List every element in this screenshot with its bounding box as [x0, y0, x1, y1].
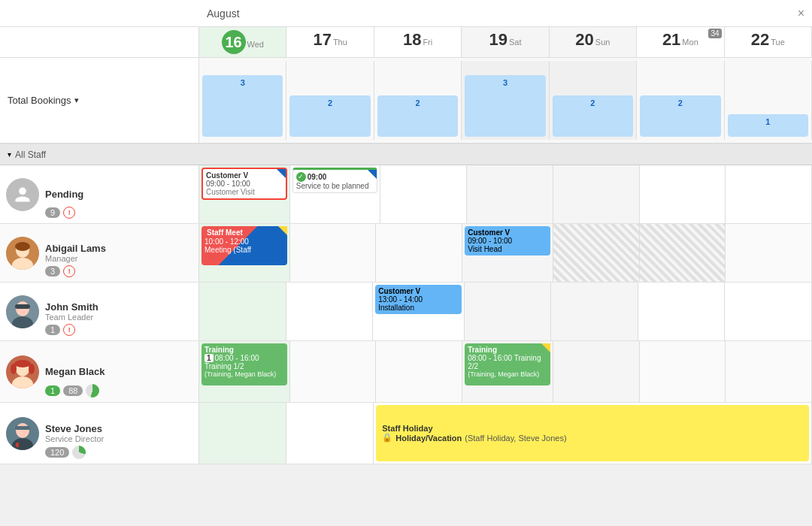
event-time-training1: 108:00 - 16:00 Training 1/2: [205, 354, 284, 370]
abigail-avatar: [6, 237, 39, 270]
row-steve: Steve Jones Service Director 120 Staff H…: [0, 403, 812, 464]
john-cell-18[interactable]: Customer V 13:00 - 14:00 Installation: [373, 283, 465, 340]
john-cell-16: [199, 283, 286, 340]
check-icon: ✓: [296, 172, 306, 182]
day-num-22: 22: [751, 30, 769, 49]
abigail-cell-21: [640, 224, 726, 282]
event-service-planned[interactable]: ✓ 09:00 Service to be planned: [292, 168, 378, 193]
pending-cell-17[interactable]: ✓ 09:00 Service to be planned: [290, 165, 381, 223]
abigail-cell-20: [553, 224, 640, 282]
svg-point-11: [14, 360, 31, 367]
steve-pie-icon: [72, 446, 86, 459]
day-name-22: Tue: [771, 38, 785, 47]
megan-avatar: [6, 355, 39, 388]
booking-count-16: 3: [241, 78, 245, 87]
megan-cell-22: [726, 341, 812, 402]
event-installation[interactable]: Customer V 13:00 - 14:00 Installation: [375, 285, 462, 314]
event-title: Customer V: [206, 171, 283, 180]
megan-cell-16[interactable]: Training 108:00 - 16:00 Training 1/2 (Tr…: [199, 341, 290, 402]
megan-cell-20: [553, 341, 640, 402]
day-num-19: 19: [489, 30, 507, 49]
pending-cell-19: [467, 165, 553, 223]
event-time: 09:00 - 10:00: [206, 180, 283, 188]
staff-rows: Pending 9 ! Customer V 09:00 - 10:00 Cus…: [0, 165, 812, 464]
svg-point-15: [16, 423, 29, 438]
svg-point-3: [15, 242, 30, 251]
event-training-megan-1[interactable]: Training 108:00 - 16:00 Training 1/2 (Tr…: [201, 343, 287, 385]
event-customer-visit-pending[interactable]: Customer V 09:00 - 10:00 Customer Visit: [201, 168, 287, 200]
steve-avatar: [6, 417, 39, 450]
pending-cell-18: [380, 165, 467, 223]
john-cell-21: [638, 283, 726, 340]
abigail-cell-16[interactable]: Staff Meet 10:00 - 12:00 Meeting (Staff: [199, 224, 290, 282]
booking-bar-19[interactable]: 3: [465, 75, 545, 137]
megan-cell-21: [640, 341, 726, 402]
john-cell-19: [465, 283, 552, 340]
booking-bar-21[interactable]: 2: [640, 95, 720, 137]
event-training-megan-2[interactable]: Training 08:00 - 16:00 Training 2/2 (Tra…: [465, 343, 550, 385]
abigail-cell-19[interactable]: Customer V 09:00 - 10:00 Visit Head: [462, 224, 553, 282]
event-staff-meeting[interactable]: Staff Meet 10:00 - 12:00 Meeting (Staff: [201, 226, 287, 265]
row-pending: Pending 9 ! Customer V 09:00 - 10:00 Cus…: [0, 165, 812, 224]
event-sub-install: Installation: [378, 304, 459, 312]
megan-badge-1: 1: [45, 385, 60, 396]
event-sub: Customer Visit: [206, 188, 283, 196]
day-name-20: Sun: [595, 38, 611, 47]
megan-pie-icon: [86, 384, 99, 398]
pending-badge: 9: [45, 207, 60, 218]
week-badge: 34: [708, 29, 721, 38]
event-time-meeting: 10:00 - 12:00: [205, 237, 284, 246]
booking-bar-17[interactable]: 2: [289, 95, 370, 137]
row-abigail: Abigail Lams Manager 3 ! Staff Meet 10:0…: [0, 224, 812, 283]
booking-bar-18[interactable]: 2: [377, 95, 458, 137]
booking-bar-22[interactable]: 1: [728, 114, 808, 137]
megan-cell-19[interactable]: Training 08:00 - 16:00 Training 2/2 (Tra…: [462, 341, 553, 402]
event-staff-holiday[interactable]: Staff Holiday 🔒 Holiday/Vacation (Staff …: [376, 405, 809, 461]
abigail-cell-17: [290, 224, 377, 282]
pending-warn-icon: !: [63, 207, 75, 219]
booking-bar-20[interactable]: 2: [553, 95, 633, 137]
day-header-22: 22Tue: [725, 27, 812, 57]
booking-count-17: 2: [328, 98, 332, 107]
pending-cell-21: [640, 165, 726, 223]
close-button[interactable]: ×: [798, 7, 804, 20]
event-sub-cv-abigail: Visit Head: [468, 245, 547, 253]
booking-count-19: 3: [503, 78, 508, 87]
row-john: John Smith Team Leader 1 ! Customer V 13…: [0, 283, 812, 341]
event-title-install: Customer V: [378, 287, 459, 295]
event-title-training1: Training: [205, 346, 284, 354]
megan-cell-17: [290, 341, 377, 402]
abigail-cell-22: [726, 224, 812, 282]
pending-cell-16[interactable]: Customer V 09:00 - 10:00 Customer Visit: [199, 165, 290, 223]
day-num-21: 21: [662, 30, 680, 49]
john-name: John Smith: [45, 301, 98, 313]
event-sub-training1: (Training, Megan Black): [205, 370, 284, 378]
booking-count-21: 2: [678, 98, 683, 107]
event-time-service: 09:00: [308, 173, 327, 181]
event-title-service: Service to be planned: [296, 182, 374, 190]
day-name-16: Wed: [247, 40, 264, 49]
day-header-17: 17Thu: [286, 27, 374, 57]
steve-badge-120: 120: [45, 447, 69, 458]
event-time-cv-abigail: 09:00 - 10:00: [468, 237, 547, 245]
abigail-role: Manager: [45, 254, 106, 263]
event-sub-training2: (Training, Megan Black): [468, 370, 547, 378]
day-name-19: Sat: [509, 38, 522, 47]
lock-icon: 🔒: [382, 433, 392, 443]
booking-bar-16[interactable]: 3: [202, 75, 283, 137]
day-headers: 16Wed 17Thu 18Fri 19Sat 20Sun 34 21Mon 2…: [199, 27, 812, 57]
day-name-17: Thu: [333, 38, 347, 47]
steve-role: Service Director: [45, 434, 104, 443]
john-cell-20: [551, 283, 638, 340]
event-sub-meeting: Meeting (Staff: [205, 246, 284, 254]
john-cell-17: [286, 283, 374, 340]
steve-cell-holiday[interactable]: Staff Holiday 🔒 Holiday/Vacation (Staff …: [374, 403, 812, 464]
pending-name: Pending: [45, 189, 83, 200]
event-sub-holiday: (Staff Holiday, Steve Jones): [465, 434, 566, 443]
bookings-dropdown[interactable]: Total Bookings ▾: [8, 95, 79, 106]
all-staff-header[interactable]: ▾ All Staff: [0, 144, 812, 165]
event-customer-visit-abigail[interactable]: Customer V 09:00 - 10:00 Visit Head: [465, 226, 550, 255]
john-role: Team Leader: [45, 313, 98, 322]
bookings-row: Total Bookings ▾ 3 2 2 3: [0, 58, 812, 144]
booking-count-20: 2: [590, 98, 595, 107]
